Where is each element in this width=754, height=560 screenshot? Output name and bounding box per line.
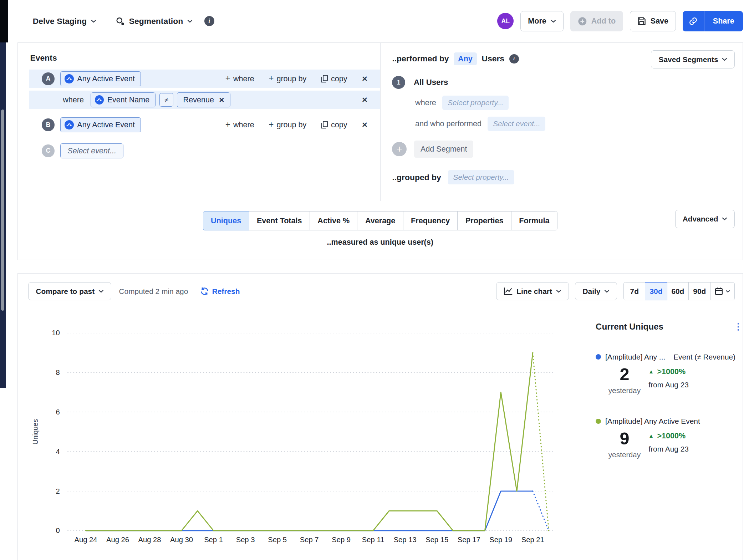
- chart-type-label: Line chart: [516, 287, 552, 296]
- change-percent: >1000%: [657, 431, 686, 441]
- plus-icon: +: [225, 74, 230, 82]
- range-60d[interactable]: 60d: [667, 282, 689, 300]
- svg-text:Uniques: Uniques: [31, 419, 39, 445]
- event-pill-a[interactable]: Any Active Event: [60, 71, 141, 86]
- compare-label: Compare to past: [36, 287, 95, 296]
- value-period: yesterday: [601, 386, 649, 395]
- chevron-down-icon: [556, 290, 561, 293]
- add-to-button[interactable]: Add to: [570, 11, 623, 31]
- select-property-input[interactable]: Select property...: [442, 96, 509, 110]
- performed-by-label: ..performed by: [392, 54, 449, 63]
- more-button[interactable]: More: [520, 11, 564, 31]
- plus-icon: +: [225, 120, 230, 129]
- chart-right-controls: Line chart Daily 7d 30d 60d 90d: [496, 282, 735, 300]
- plus-circle-icon: [578, 17, 587, 26]
- who-performed-label: and who performed: [415, 119, 482, 128]
- up-triangle-icon: ▲: [648, 369, 654, 375]
- copy-event-button[interactable]: copy: [321, 120, 347, 129]
- svg-text:2: 2: [56, 487, 60, 495]
- add-segment-plus-icon[interactable]: +: [392, 142, 406, 156]
- add-segment-button[interactable]: Add Segment: [414, 141, 473, 158]
- chevron-down-icon: [91, 20, 96, 23]
- range-90d[interactable]: 90d: [688, 282, 710, 300]
- advanced-button[interactable]: Advanced: [675, 210, 735, 228]
- svg-text:Sep 1: Sep 1: [204, 536, 223, 544]
- info-icon[interactable]: i: [509, 54, 519, 64]
- saved-segments-button[interactable]: Saved Segments: [651, 50, 735, 68]
- tab-properties[interactable]: Properties: [457, 211, 511, 230]
- svg-text:Sep 15: Sep 15: [426, 536, 449, 544]
- tab-average[interactable]: Average: [357, 211, 403, 230]
- segments-panel: ..performed by Any Users i Saved Segment…: [380, 43, 743, 201]
- advanced-label: Advanced: [683, 215, 718, 223]
- range-7d[interactable]: 7d: [623, 282, 646, 300]
- filter-property-pill[interactable]: Event Name: [91, 92, 156, 107]
- share-button[interactable]: Share: [683, 11, 743, 31]
- add-group-by-button[interactable]: +group by: [269, 120, 306, 129]
- all-users-label[interactable]: All Users: [414, 78, 448, 87]
- select-event-input[interactable]: Select event...: [60, 143, 123, 158]
- remove-event-button[interactable]: ✕: [362, 121, 368, 129]
- change-line: ▲ >1000%: [648, 367, 689, 376]
- event-badge-a: A: [42, 72, 55, 85]
- group-select-property-input[interactable]: Select property...: [448, 170, 514, 184]
- kebab-menu-icon[interactable]: ⋮: [731, 322, 746, 331]
- add-group-by-button[interactable]: +group by: [269, 74, 306, 83]
- value-column: 9 yesterday: [601, 430, 649, 459]
- tab-frequency[interactable]: Frequency: [403, 211, 458, 230]
- current-uniques-panel: Current Uniques ⋮ [Amplitude] Any ... Ev…: [596, 322, 746, 459]
- filter-value-pill[interactable]: Revenue ✕: [177, 92, 230, 107]
- tab-formula[interactable]: Formula: [511, 211, 557, 230]
- segmentation-icon: [116, 17, 125, 26]
- tab-active-pct[interactable]: Active %: [310, 211, 358, 230]
- left-rail-top: [0, 0, 8, 42]
- measure-tabs: Uniques Event Totals Active % Average Fr…: [18, 211, 743, 230]
- legend-item: [Amplitude] Any Active Event 9 yesterday…: [596, 417, 746, 459]
- any-selector[interactable]: Any: [454, 52, 477, 66]
- line-chart[interactable]: 0246810Aug 24Aug 26Aug 28Aug 30Sep 1Sep …: [27, 314, 570, 555]
- value-column: 2 yesterday: [601, 366, 649, 395]
- svg-text:Sep 3: Sep 3: [236, 536, 255, 544]
- svg-text:Sep 11: Sep 11: [362, 536, 384, 544]
- scrollbar-thumb[interactable]: [1, 110, 4, 311]
- chart-type-label: Segmentation: [129, 16, 183, 26]
- change-column: ▲ >1000% from Aug 23: [648, 366, 689, 395]
- chart-type-selector[interactable]: Segmentation: [116, 16, 193, 26]
- custom-date-range-button[interactable]: [710, 282, 735, 300]
- avatar[interactable]: AL: [497, 13, 514, 29]
- svg-text:Aug 24: Aug 24: [75, 536, 97, 544]
- event-row-b: B Any Active Event +where +group by: [29, 116, 380, 134]
- legend-label-row[interactable]: [Amplitude] Any Active Event: [596, 417, 746, 426]
- left-rail: [0, 42, 6, 388]
- event-pill-b[interactable]: Any Active Event: [60, 117, 141, 132]
- series-dot: [596, 419, 601, 424]
- chevron-down-icon: [722, 217, 727, 220]
- remove-value-icon[interactable]: ✕: [219, 96, 224, 104]
- add-where-button[interactable]: +where: [225, 120, 254, 129]
- select-event-input[interactable]: Select event...: [488, 117, 545, 131]
- add-segment-row: + Add Segment: [392, 141, 735, 158]
- tab-uniques[interactable]: Uniques: [203, 211, 249, 230]
- interval-button[interactable]: Daily: [575, 282, 617, 300]
- compare-to-past-button[interactable]: Compare to past: [28, 282, 111, 300]
- share-link-segment[interactable]: [683, 11, 704, 31]
- series-name: [Amplitude] Any Active Event: [605, 417, 700, 426]
- legend-label-row[interactable]: [Amplitude] Any ... Event (≠ Revenue): [596, 353, 746, 361]
- add-where-button[interactable]: +where: [225, 74, 254, 83]
- range-30d[interactable]: 30d: [645, 282, 667, 300]
- refresh-button[interactable]: Refresh: [200, 287, 240, 296]
- save-button[interactable]: Save: [630, 11, 676, 31]
- info-icon[interactable]: i: [204, 16, 214, 26]
- remove-event-button[interactable]: ✕: [362, 75, 368, 83]
- filter-operator[interactable]: ≠: [159, 93, 173, 107]
- legend-stats: 2 yesterday ▲ >1000% from Aug 23: [596, 366, 746, 395]
- query-builder-card: Events A Any Active Event +where +gro: [17, 42, 743, 260]
- remove-filter-button[interactable]: ✕: [362, 96, 368, 104]
- chart-card: Compare to past Computed 2 min ago Refre…: [17, 273, 743, 560]
- copy-event-button[interactable]: copy: [321, 74, 347, 83]
- chart-type-button[interactable]: Line chart: [496, 282, 569, 300]
- tab-event-totals[interactable]: Event Totals: [249, 211, 310, 230]
- project-selector[interactable]: Delve Staging: [33, 16, 96, 26]
- builder: Events A Any Active Event +where +gro: [18, 43, 743, 201]
- current-value: 2: [601, 366, 649, 383]
